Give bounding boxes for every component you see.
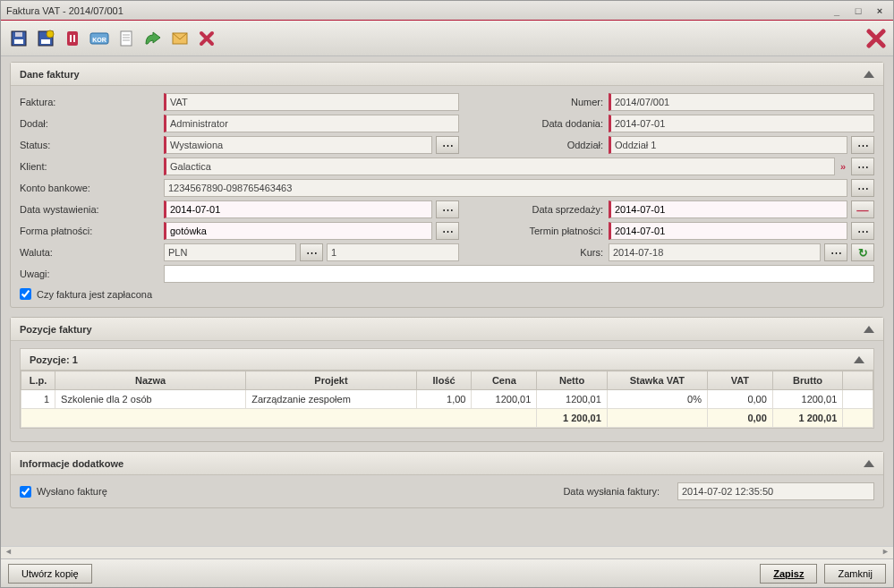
panel-title: Pozycje faktury [20, 324, 92, 335]
close-button[interactable]: × [872, 4, 888, 17]
panel-title: Dane faktury [20, 69, 80, 80]
field-data-wyslania[interactable] [677, 482, 874, 500]
sub-panel-header[interactable]: Pozycje: 1 [21, 349, 873, 371]
svg-rect-8 [73, 35, 75, 42]
field-konto[interactable] [164, 179, 847, 197]
field-faktura[interactable] [164, 93, 459, 111]
col-stawka: Stawka VAT [607, 371, 707, 390]
document-icon[interactable] [115, 28, 137, 49]
btn-kurs-refresh[interactable]: ↻ [851, 243, 874, 261]
footer: Utwórz kopię Zapisz Zamknij [1, 558, 893, 587]
invoice-window: Faktura VAT - 2014/07/001 _ □ × KOR Dane… [0, 0, 894, 588]
field-uwagi[interactable] [164, 265, 874, 283]
field-waluta[interactable] [164, 243, 296, 261]
field-data-sprz[interactable] [609, 200, 847, 218]
btn-kurs[interactable]: ⋯ [824, 243, 847, 261]
delete-icon[interactable] [62, 28, 83, 49]
col-brutto: Brutto [772, 371, 842, 390]
svg-point-5 [47, 30, 54, 38]
checkbox-wyslano[interactable] [20, 486, 31, 498]
btn-data-sprz[interactable]: — [851, 200, 874, 218]
label-waluta: Waluta: [20, 247, 158, 258]
btn-kopia[interactable]: Utwórz kopię [8, 564, 92, 584]
svg-rect-1 [14, 39, 23, 44]
cell-stawka: 0% [607, 390, 707, 409]
panel-header-dane[interactable]: Dane faktury [11, 63, 883, 86]
btn-zamknij[interactable]: Zamknij [824, 564, 886, 584]
field-status[interactable] [164, 136, 432, 154]
field-klient[interactable] [164, 158, 835, 175]
btn-waluta[interactable]: ⋯ [300, 243, 323, 261]
panel-pozycje: Pozycje faktury Pozycje: 1 L.p. Nazwa [10, 317, 884, 442]
btn-oddzial[interactable]: ⋯ [851, 136, 874, 154]
label-numer: Numer: [464, 97, 603, 107]
field-data-wyst[interactable] [164, 200, 432, 218]
save-close-icon[interactable] [35, 28, 56, 49]
btn-konto[interactable]: ⋯ [851, 179, 874, 197]
arrow-icon[interactable]: » [839, 161, 847, 172]
field-dodal[interactable] [164, 115, 459, 132]
col-ilosc: Ilość [416, 371, 472, 390]
label-data-wyst: Data wystawienia: [20, 204, 158, 215]
cell-brutto: 1200,01 [772, 390, 842, 409]
minimize-button[interactable]: _ [829, 4, 845, 17]
field-oddzial[interactable] [609, 136, 847, 154]
label-zaplacona: Czy faktura jest zapłacona [37, 289, 152, 300]
panel-header-info[interactable]: Informacje dodatkowe [11, 452, 883, 475]
field-numer[interactable] [609, 93, 874, 111]
svg-rect-7 [70, 35, 72, 42]
checkbox-zaplacona[interactable] [20, 288, 31, 300]
cancel-icon[interactable] [196, 28, 217, 49]
send-icon[interactable] [142, 28, 164, 49]
mail-icon[interactable] [169, 28, 191, 49]
collapse-icon[interactable] [864, 460, 874, 467]
field-data-dodania[interactable] [609, 115, 874, 132]
label-uwagi: Uwagi: [20, 268, 158, 279]
btn-zapisz[interactable]: Zapisz [760, 564, 817, 584]
window-title: Faktura VAT - 2014/07/001 [6, 5, 123, 16]
cell-cena: 1200,01 [472, 390, 537, 409]
btn-termin-plat[interactable]: ⋯ [851, 222, 874, 240]
col-nazwa: Nazwa [55, 371, 246, 390]
svg-rect-4 [41, 39, 50, 44]
panel-header-pozycje[interactable]: Pozycje faktury [11, 318, 883, 341]
positions-table: L.p. Nazwa Projekt Ilość Cena Netto Staw… [21, 371, 873, 428]
window-controls: _ □ × [829, 4, 888, 17]
sub-panel-pozycje: Pozycje: 1 L.p. Nazwa Projekt Ilość Cena [20, 348, 874, 429]
collapse-icon[interactable] [864, 326, 874, 333]
field-termin-plat[interactable] [609, 222, 847, 240]
table-row[interactable]: 1 Szkolenie dla 2 osób Zarządzanie zespo… [21, 390, 873, 409]
toolbar: KOR [1, 21, 893, 56]
label-kurs: Kurs: [464, 247, 603, 258]
col-vat: VAT [707, 371, 772, 390]
col-netto: Netto [537, 371, 607, 390]
label-status: Status: [20, 140, 158, 150]
save-icon[interactable] [8, 28, 30, 49]
cell-lp: 1 [21, 390, 55, 409]
positions-count: Pozycje: 1 [30, 354, 78, 365]
label-data-wyslania: Data wysłania faktury: [563, 486, 660, 497]
field-waluta-num[interactable] [327, 243, 459, 261]
label-data-dodania: Data dodania: [464, 118, 603, 129]
maximize-button[interactable]: □ [850, 4, 866, 17]
btn-data-wyst[interactable]: ⋯ [436, 200, 459, 218]
cell-netto: 1200,01 [537, 390, 607, 409]
panel-title: Informacje dodatkowe [20, 458, 123, 469]
collapse-icon[interactable] [864, 71, 874, 78]
total-brutto: 1 200,01 [772, 409, 842, 428]
btn-forma-plat[interactable]: ⋯ [436, 222, 459, 240]
titlebar: Faktura VAT - 2014/07/001 _ □ × [1, 1, 893, 21]
btn-status[interactable]: ⋯ [436, 136, 459, 154]
col-projekt: Projekt [246, 371, 417, 390]
label-termin-plat: Termin płatności: [464, 226, 603, 236]
close-window-icon[interactable] [864, 28, 886, 49]
correction-icon[interactable]: KOR [89, 28, 110, 49]
btn-klient[interactable]: ⋯ [851, 158, 874, 175]
field-kurs[interactable] [609, 243, 821, 261]
collapse-icon[interactable] [854, 356, 864, 363]
horizontal-scrollbar[interactable]: ◄► [1, 546, 893, 558]
label-dodal: Dodał: [20, 118, 158, 129]
cell-projekt: Zarządzanie zespołem [246, 390, 417, 409]
field-forma-plat[interactable] [164, 222, 432, 240]
label-data-sprz: Data sprzedaży: [464, 204, 603, 215]
